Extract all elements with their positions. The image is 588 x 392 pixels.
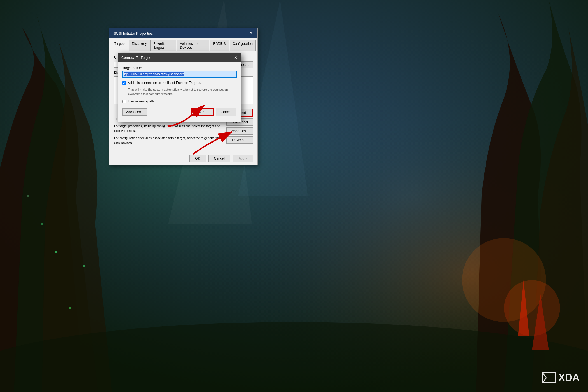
svg-line-19	[543, 378, 546, 383]
svg-point-10	[69, 307, 71, 309]
connect-dialog-content: Target name: Add this connection to the …	[118, 62, 241, 122]
multipath-checkbox-row: Enable multi-path	[122, 99, 236, 104]
iscsi-apply-button[interactable]: Apply	[233, 155, 253, 162]
target-name-input[interactable]	[122, 71, 236, 77]
connect-to-target-dialog: Connect To Target ✕ Target name: Add thi…	[118, 53, 241, 122]
info-text-devices: For configuration of devices associated …	[114, 136, 223, 145]
properties-button[interactable]: Properties...	[226, 127, 253, 135]
connect-dialog-close[interactable]: ✕	[234, 55, 237, 60]
svg-point-6	[55, 251, 57, 253]
info-text-properties-label: For target properties, including configu…	[114, 124, 220, 132]
svg-line-18	[543, 373, 546, 378]
tab-discovery[interactable]: Discovery	[129, 40, 150, 51]
favorite-targets-checkbox[interactable]	[122, 81, 126, 85]
tab-configuration[interactable]: Configuration	[230, 40, 256, 51]
connect-dialog-titlebar: Connect To Target ✕	[118, 53, 241, 62]
connect-dialog-title: Connect To Target	[121, 55, 151, 60]
cancel-button[interactable]: Cancel	[216, 108, 236, 116]
tab-volumes-devices[interactable]: Volumes and Devices	[177, 40, 210, 51]
svg-rect-17	[543, 373, 556, 383]
iscsi-tabs: Targets Discovery Favorite Targets Volum…	[109, 38, 257, 51]
iscsi-cancel-button[interactable]: Cancel	[208, 155, 230, 162]
svg-point-9	[27, 195, 29, 197]
background	[0, 0, 588, 392]
favorite-targets-subtext: This will make the system automatically …	[128, 88, 236, 96]
iscsi-close-button[interactable]: ✕	[248, 31, 254, 36]
iscsi-dialog-footer: OK Cancel Apply	[109, 152, 257, 165]
iscsi-ok-button[interactable]: OK	[189, 155, 206, 162]
favorite-targets-label: Add this connection to the list of Favor…	[128, 81, 201, 85]
xda-watermark: XDA	[542, 372, 580, 384]
tab-radius[interactable]: RADIUS	[210, 40, 229, 51]
svg-point-7	[41, 223, 43, 225]
iscsi-dialog-title: iSCSI Initiator Properties	[113, 31, 153, 36]
multipath-checkbox[interactable]	[122, 100, 126, 103]
tab-targets[interactable]: Targets	[111, 40, 128, 51]
xda-label: XDA	[558, 372, 580, 384]
info-text-devices-label: For configuration of devices associated …	[114, 136, 221, 144]
target-name-label: Target name:	[122, 66, 236, 70]
connect-dialog-footer: Advanced... OK Cancel	[122, 106, 236, 117]
advanced-button[interactable]: Advanced...	[122, 108, 147, 116]
iscsi-dialog-titlebar: iSCSI Initiator Properties ✕	[109, 28, 257, 38]
tab-favorite-targets[interactable]: Favorite Targets	[150, 40, 176, 51]
svg-point-12	[504, 280, 560, 336]
xda-logo-icon	[542, 372, 556, 383]
devices-button[interactable]: Devices...	[226, 136, 253, 144]
ok-button[interactable]: OK	[191, 108, 214, 116]
favorite-targets-checkbox-row: Add this connection to the list of Favor…	[122, 81, 236, 85]
multipath-label: Enable multi-path	[128, 99, 154, 104]
svg-point-8	[83, 265, 85, 267]
info-text-properties: For target properties, including configu…	[114, 124, 223, 133]
